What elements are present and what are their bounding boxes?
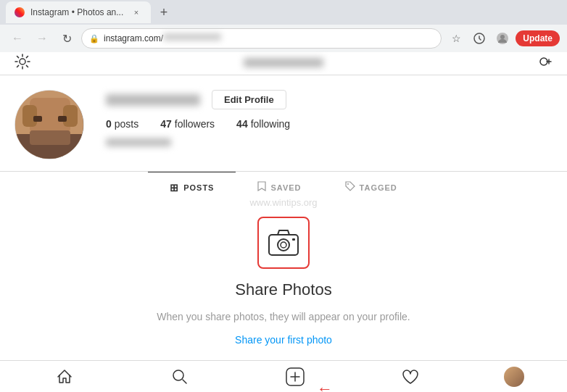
share-description: When you share photos, they will appear … bbox=[157, 311, 410, 322]
share-title: Share Photos bbox=[235, 280, 331, 299]
posts-tab-label: POSTS bbox=[183, 183, 214, 192]
add-user-button[interactable] bbox=[537, 54, 552, 73]
empty-state: Share Photos When you share photos, they… bbox=[0, 202, 567, 360]
following-label: following bbox=[251, 118, 290, 130]
url-bar[interactable]: 🔒 instagram.com/ bbox=[81, 28, 442, 49]
instagram-app: www.wintips.org bbox=[0, 52, 567, 392]
profile-nav-button[interactable] bbox=[504, 367, 524, 387]
svg-point-2 bbox=[500, 35, 505, 39]
address-bar: ← → ↻ 🔒 instagram.com/ ☆ bbox=[0, 25, 567, 52]
avatar-image bbox=[15, 91, 83, 159]
profile-top: Edit Profile bbox=[106, 90, 552, 109]
svg-point-16 bbox=[278, 239, 289, 251]
ssl-lock-icon: 🔒 bbox=[89, 34, 99, 43]
header-username bbox=[244, 57, 323, 70]
posts-label: posts bbox=[115, 118, 138, 130]
profile-section: Edit Profile 0 posts 47 followers 44 fol… bbox=[0, 75, 567, 171]
camera-box bbox=[257, 217, 310, 269]
bio-blurred bbox=[106, 138, 171, 146]
share-first-photo-link[interactable]: Share your first photo bbox=[235, 334, 332, 346]
extensions-icon[interactable] bbox=[469, 28, 489, 49]
back-button[interactable]: ← bbox=[7, 28, 28, 49]
tagged-tab-icon bbox=[345, 181, 355, 193]
tab-tagged[interactable]: TAGGED bbox=[323, 172, 419, 202]
avatar bbox=[15, 90, 84, 159]
bottom-nav: ← bbox=[0, 360, 567, 392]
tab-title: Instagram • Photos an... bbox=[30, 7, 125, 17]
profile-username-blurred bbox=[106, 94, 200, 106]
followers-count: 47 bbox=[160, 118, 172, 130]
arrow-indicator: ← bbox=[317, 380, 333, 393]
active-tab[interactable]: Instagram • Photos an... × bbox=[6, 1, 151, 23]
toolbar-actions: ☆ Update bbox=[446, 28, 560, 49]
svg-point-3 bbox=[20, 59, 25, 64]
settings-icon[interactable] bbox=[15, 54, 30, 73]
svg-rect-18 bbox=[292, 238, 295, 241]
heart-nav-button[interactable] bbox=[389, 361, 432, 393]
svg-point-17 bbox=[281, 242, 286, 248]
tab-bar: Instagram • Photos an... × + bbox=[0, 0, 567, 25]
following-stat: 44 following bbox=[236, 118, 290, 130]
add-nav-button[interactable] bbox=[273, 361, 317, 393]
home-nav-button[interactable] bbox=[43, 361, 86, 393]
followers-stat: 47 followers bbox=[160, 118, 215, 130]
browser-window: Instagram • Photos an... × + ← → ↻ 🔒 ins… bbox=[0, 0, 567, 52]
saved-tab-label: SAVED bbox=[270, 183, 301, 192]
profile-info: Edit Profile 0 posts 47 followers 44 fol… bbox=[106, 90, 552, 146]
profile-icon[interactable] bbox=[492, 28, 513, 49]
svg-point-19 bbox=[173, 370, 183, 380]
tab-close-button[interactable]: × bbox=[131, 7, 142, 18]
tagged-tab-label: TAGGED bbox=[360, 183, 397, 192]
svg-rect-9 bbox=[58, 116, 67, 122]
url-text: instagram.com/ bbox=[104, 33, 434, 43]
svg-rect-13 bbox=[30, 130, 70, 145]
refresh-button[interactable]: ↻ bbox=[57, 28, 77, 49]
add-nav-button-wrap: ← bbox=[273, 361, 317, 393]
bookmark-icon[interactable]: ☆ bbox=[446, 28, 466, 49]
tab-favicon bbox=[15, 7, 25, 17]
posts-count: 0 bbox=[106, 118, 112, 130]
tab-saved[interactable]: SAVED bbox=[236, 172, 323, 202]
new-tab-button[interactable]: + bbox=[154, 2, 174, 22]
posts-stat: 0 posts bbox=[106, 118, 138, 130]
svg-rect-15 bbox=[269, 235, 298, 255]
instagram-header bbox=[0, 52, 567, 75]
edit-profile-button[interactable]: Edit Profile bbox=[212, 90, 286, 109]
svg-point-14 bbox=[347, 183, 349, 185]
forward-button[interactable]: → bbox=[32, 28, 52, 49]
followers-label: followers bbox=[175, 118, 215, 130]
svg-rect-8 bbox=[33, 116, 42, 122]
following-count: 44 bbox=[236, 118, 248, 130]
saved-tab-icon bbox=[257, 181, 266, 193]
profile-tabs: ⊞ POSTS SAVED TAGGED bbox=[0, 172, 567, 202]
update-button[interactable]: Update bbox=[516, 30, 560, 46]
posts-tab-icon: ⊞ bbox=[170, 182, 179, 193]
tab-posts[interactable]: ⊞ POSTS bbox=[148, 172, 236, 202]
profile-stats: 0 posts 47 followers 44 following bbox=[106, 118, 552, 130]
camera-icon bbox=[268, 229, 299, 257]
search-nav-button[interactable] bbox=[158, 361, 202, 393]
